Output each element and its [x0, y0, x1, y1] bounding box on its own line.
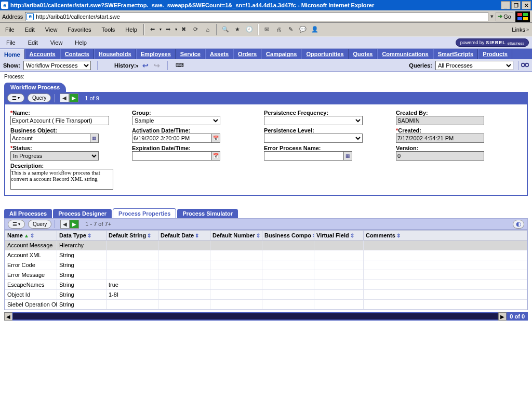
applet1-next-button[interactable]: ▶	[69, 94, 78, 102]
discuss-icon[interactable]: 💬	[298, 24, 308, 35]
table-cell[interactable]: String	[57, 260, 107, 270]
col-default-number[interactable]: Default Number⇕	[210, 231, 262, 241]
edit-icon[interactable]: ✎	[286, 24, 296, 35]
close-button[interactable]: ✕	[522, 1, 531, 9]
tab-opportunities[interactable]: Opportunities	[301, 49, 348, 59]
table-row[interactable]: Error CodeString	[5, 260, 527, 270]
table-cell[interactable]: String	[57, 270, 107, 280]
table-cell[interactable]	[158, 280, 210, 290]
ie-menu-tools[interactable]: Tools	[97, 26, 121, 33]
table-cell[interactable]: String	[57, 250, 107, 260]
table-cell[interactable]	[314, 290, 364, 300]
table-cell[interactable]	[158, 290, 210, 300]
table-cell[interactable]	[210, 290, 262, 300]
col-name[interactable]: Name▲⇕	[5, 231, 57, 241]
applet2-prev-button[interactable]: ◀	[60, 220, 70, 229]
table-cell[interactable]	[262, 280, 314, 290]
table-row[interactable]: Object IdString1-8I	[5, 290, 527, 300]
col-comments[interactable]: Comments⇕	[364, 231, 527, 241]
app-menu-file[interactable]: File	[0, 39, 22, 46]
address-input[interactable]	[25, 12, 488, 21]
table-cell[interactable]	[158, 250, 210, 260]
persistence-level-select[interactable]	[264, 134, 363, 143]
description-textarea[interactable]: This is a sample workflow process that c…	[10, 169, 113, 190]
col-default-date[interactable]: Default Date⇕	[158, 231, 210, 241]
tab-campaigns[interactable]: Campaigns	[261, 49, 301, 59]
table-cell[interactable]: 1-8I	[107, 290, 158, 300]
tab-contacts[interactable]: Contacts	[60, 49, 94, 59]
stop-icon[interactable]: ✖	[179, 24, 189, 35]
table-cell[interactable]	[158, 260, 210, 270]
table-cell[interactable]	[364, 260, 527, 270]
applet2-query-button[interactable]: Query	[28, 220, 51, 229]
table-cell[interactable]	[364, 241, 527, 250]
business-object-field[interactable]	[10, 134, 99, 143]
table-cell[interactable]: Object Id	[5, 290, 57, 300]
app-menu-help[interactable]: Help	[69, 39, 93, 46]
table-cell[interactable]	[314, 250, 364, 260]
col-virtual-field[interactable]: Virtual Field⇕	[314, 231, 364, 241]
scroll-left-icon[interactable]: ◀	[4, 312, 12, 321]
ie-menu-edit[interactable]: Edit	[20, 26, 40, 33]
error-process-pick-icon[interactable]: ▦	[343, 152, 352, 160]
table-cell[interactable]	[262, 260, 314, 270]
table-cell[interactable]: Error Message	[5, 270, 57, 280]
restore-button[interactable]: ❐	[511, 1, 521, 9]
find-icon[interactable]	[518, 61, 529, 70]
scroll-right-icon[interactable]: ▶	[498, 312, 507, 321]
print-icon[interactable]: 🖨	[274, 24, 284, 35]
table-cell[interactable]: true	[107, 280, 158, 290]
table-cell[interactable]	[158, 270, 210, 280]
table-cell[interactable]	[210, 300, 262, 310]
table-cell[interactable]: Siebel Operation Ob	[5, 300, 57, 310]
app-menu-edit[interactable]: Edit	[22, 39, 44, 46]
table-cell[interactable]	[314, 241, 364, 250]
minimize-button[interactable]: _	[501, 1, 510, 9]
queries-select[interactable]: All Processes	[435, 61, 513, 70]
table-cell[interactable]	[107, 300, 158, 310]
tab-households[interactable]: Households	[94, 49, 136, 59]
ie-menu-help[interactable]: Help	[120, 26, 142, 33]
table-cell[interactable]: String	[57, 280, 107, 290]
table-row[interactable]: Error MessageString	[5, 270, 527, 280]
search-icon[interactable]: 🔍	[220, 24, 231, 35]
applet1-prev-button[interactable]: ◀	[60, 94, 69, 102]
col-default-string[interactable]: Default String⇕	[107, 231, 158, 241]
table-cell[interactable]	[107, 241, 158, 250]
table-row[interactable]: EscapeNamesStringtrue	[5, 280, 527, 290]
business-object-pick-icon[interactable]: ▦	[90, 134, 98, 142]
table-cell[interactable]	[364, 290, 527, 300]
col-datatype[interactable]: Data Type⇕	[57, 231, 107, 241]
ie-menu-view[interactable]: View	[40, 26, 63, 33]
table-cell[interactable]	[262, 270, 314, 280]
table-cell[interactable]: Account Message	[5, 241, 57, 250]
table-cell[interactable]: Hierarchy	[57, 241, 107, 250]
table-cell[interactable]	[210, 260, 262, 270]
table-cell[interactable]	[210, 270, 262, 280]
go-button[interactable]: ➔Go	[496, 12, 513, 21]
tab-quotes[interactable]: Quotes	[349, 49, 378, 59]
table-row[interactable]: Siebel Operation ObString	[5, 300, 527, 310]
table-row[interactable]: Account MessageHierarchy	[5, 241, 527, 250]
table-cell[interactable]	[364, 300, 527, 310]
table-cell[interactable]	[314, 260, 364, 270]
table-cell[interactable]	[262, 241, 314, 250]
table-cell[interactable]	[107, 270, 158, 280]
ie-menu-file[interactable]: File	[0, 26, 20, 33]
table-cell[interactable]	[107, 250, 158, 260]
subtab-process-properties[interactable]: Process Properties	[113, 208, 176, 218]
subtab-process-simulator[interactable]: Process Simulator	[177, 209, 238, 218]
back-button[interactable]: ⬅	[148, 24, 158, 35]
table-cell[interactable]	[158, 241, 210, 250]
tab-employees[interactable]: Employees	[136, 49, 176, 59]
table-cell[interactable]	[210, 250, 262, 260]
applet1-query-button[interactable]: Query	[28, 94, 51, 102]
related-icon[interactable]: 👤	[310, 24, 320, 35]
expiration-date-calendar-icon[interactable]: 📅	[211, 152, 220, 160]
expiration-date-field[interactable]	[132, 151, 220, 161]
table-cell[interactable]	[364, 280, 527, 290]
tab-products[interactable]: Products	[478, 49, 512, 59]
subtab-process-designer[interactable]: Process Designer	[53, 209, 112, 218]
tab-smartscripts[interactable]: SmartScripts	[433, 49, 478, 59]
tab-orders[interactable]: Orders	[233, 49, 261, 59]
